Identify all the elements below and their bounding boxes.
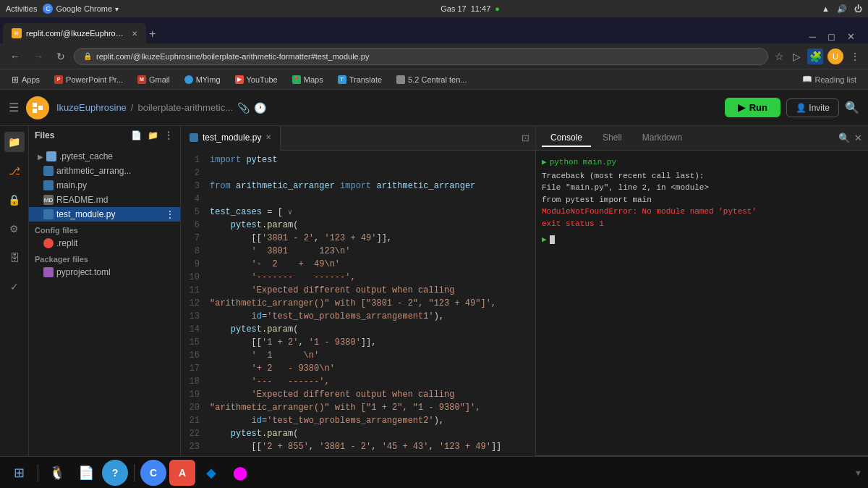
taskbar-help-button[interactable]: ?: [102, 460, 128, 486]
history-icon-button[interactable]: 🕐: [254, 102, 266, 114]
bookmark-star-button[interactable]: ☆: [773, 49, 786, 64]
chrome-menu-button[interactable]: ⋮: [848, 49, 862, 64]
split-editor-button[interactable]: ⊡: [522, 132, 529, 143]
sidebar-icon-rail: 📁 ⎇ 🔒 ⚙ 🗄 ✓ ?: [0, 126, 29, 488]
url-bar[interactable]: 🔒 replit.com/@IkuzeEuphrosine/boilerplat…: [74, 48, 768, 65]
status-dot: ●: [495, 4, 500, 13]
bookmark-translate[interactable]: T Translate: [332, 74, 388, 85]
bookmark-maps[interactable]: 📍 Maps: [286, 74, 329, 85]
invite-button[interactable]: 👤 Invite: [786, 98, 839, 117]
bookmark-apps[interactable]: ⊞ Apps: [6, 73, 46, 86]
tab-close-button[interactable]: ✕: [132, 30, 137, 38]
line-content: [207, 193, 535, 206]
bookmark-myimg[interactable]: MYimg: [179, 74, 226, 85]
file-tree: ▶ .pytest_cache arithmetic_arrang... mai…: [29, 145, 180, 488]
console-tab-shell[interactable]: Shell: [594, 130, 631, 147]
reload-button[interactable]: ↻: [52, 48, 69, 65]
sidebar-wrapper: 📁 ⎇ 🔒 ⚙ 🗄 ✓ ? Files: [0, 126, 181, 488]
back-button[interactable]: ←: [6, 48, 25, 65]
console-cursor: [550, 235, 555, 244]
console-input-line: ▶: [542, 234, 862, 246]
gmail-label: Gmail: [149, 75, 170, 84]
console-search-button[interactable]: 🔍: [838, 132, 850, 143]
file-item-more-button[interactable]: ⋮: [166, 209, 174, 219]
bookmark-powerpoint[interactable]: P PowerPoint Pr...: [48, 74, 129, 85]
project-name[interactable]: boilerplate-arithmetic...: [137, 102, 233, 113]
code-line-15: 15 [['1 + 2', '1 - 9380']],: [181, 336, 535, 349]
chrome-dropdown-icon[interactable]: ▾: [115, 5, 119, 13]
console-prompt-icon: ▶: [542, 156, 547, 169]
sidebar-files-icon[interactable]: 📁: [4, 132, 25, 152]
line-number: 1: [181, 153, 207, 167]
line-content: '--- ------',: [207, 375, 535, 388]
close-window-button[interactable]: ✕: [843, 30, 859, 43]
taskbar-separator-2: [134, 464, 135, 481]
code-editor[interactable]: 1 import pytest 2 3 from arithmetic_arra…: [181, 151, 535, 471]
apps-label: Apps: [22, 75, 40, 84]
taskbar-git-button[interactable]: ⬤: [227, 460, 253, 486]
minimize-button[interactable]: ─: [805, 30, 820, 43]
hamburger-menu-button[interactable]: ☰: [9, 101, 19, 114]
bookmark-gmail[interactable]: M Gmail: [132, 74, 176, 85]
taskbar-files-button[interactable]: ⊞: [6, 460, 32, 486]
taskbar-vscode-button[interactable]: ◆: [198, 460, 224, 486]
file-item-replit-config[interactable]: .replit: [29, 236, 180, 251]
console-cmd-line: ▶ python main.py: [542, 156, 862, 169]
file-item-test-module[interactable]: test_module.py ⋮: [29, 207, 180, 222]
file-item-main-py[interactable]: main.py: [29, 178, 180, 193]
console-close-button[interactable]: ✕: [854, 132, 862, 143]
file-item-pyproject[interactable]: pyproject.toml: [29, 265, 180, 279]
new-file-icon[interactable]: 📄: [129, 129, 143, 142]
apps-icon: ⊞: [12, 75, 19, 85]
more-options-icon[interactable]: ⋮: [163, 129, 174, 142]
sidebar-check-icon[interactable]: ✓: [4, 277, 25, 297]
taskbar: ⊞ 🐧 📄 ? C A ◆ ⬤ ▼: [0, 456, 868, 488]
maps-favicon-icon: 📍: [292, 75, 301, 84]
line-content: ' 3801 123\n': [207, 245, 535, 258]
svg-rect-1: [33, 109, 37, 113]
profile-button[interactable]: U: [827, 49, 843, 64]
restore-button[interactable]: ◻: [823, 30, 840, 43]
file-item-pytest-cache[interactable]: ▶ .pytest_cache: [29, 149, 180, 164]
activities-label[interactable]: Activities: [6, 4, 37, 13]
system-bar-right: ▲ 🔊 ⏻: [822, 4, 862, 14]
project-icon-button[interactable]: 📎: [237, 102, 250, 114]
sidebar-settings-icon[interactable]: ⚙: [4, 219, 25, 239]
taskbar-installer-button[interactable]: A: [169, 460, 195, 486]
address-bar-right: ☆ ▷ 🧩 U ⋮: [773, 49, 862, 64]
search-button[interactable]: 🔍: [845, 101, 859, 114]
line-number: 14: [181, 323, 207, 336]
taskbar-right: ▼: [854, 468, 862, 477]
chrome-label[interactable]: Google Chrome: [56, 4, 112, 13]
myimg-favicon-icon: [184, 75, 193, 84]
username-link[interactable]: IkuzeEuphrosine: [56, 102, 127, 113]
console-tab-markdown[interactable]: Markdown: [634, 130, 691, 147]
sidebar-database-icon[interactable]: 🗄: [4, 248, 25, 268]
extensions-button[interactable]: 🧩: [807, 49, 823, 64]
line-content: "arithmetic_arranger()" with ["1 + 2", "…: [207, 401, 535, 414]
code-line-6: 6 pytest.param(: [181, 219, 535, 232]
replit-logo[interactable]: [26, 96, 49, 119]
console-input-prompt: ▶: [542, 234, 547, 246]
forward-button[interactable]: →: [29, 48, 48, 65]
taskbar-penguin-button[interactable]: 🐧: [44, 460, 70, 486]
run-button[interactable]: ▶ Run: [725, 98, 780, 117]
file-item-readme[interactable]: MD README.md: [29, 193, 180, 207]
console-tab-console[interactable]: Console: [542, 130, 591, 147]
52central-favicon-icon: [396, 75, 405, 84]
new-folder-icon[interactable]: 📁: [146, 129, 160, 142]
tab-python-icon: [190, 133, 198, 142]
reading-list-button[interactable]: 📖 Reading list: [796, 73, 862, 85]
new-tab-button[interactable]: +: [146, 25, 158, 43]
bookmark-52central[interactable]: 5.2 Central ten...: [391, 74, 472, 85]
taskbar-text-editor-button[interactable]: 📄: [73, 460, 99, 486]
cast-button[interactable]: ▷: [791, 49, 803, 64]
taskbar-chrome-button[interactable]: C: [140, 460, 166, 486]
sidebar-lock-icon[interactable]: 🔒: [4, 190, 25, 210]
bookmark-youtube[interactable]: ▶ YouTube: [229, 74, 284, 85]
editor-tab-test-module[interactable]: test_module.py ✕: [181, 126, 281, 151]
chrome-indicator[interactable]: C Google Chrome ▾: [43, 4, 119, 14]
sidebar-git-icon[interactable]: ⎇: [4, 161, 25, 181]
active-chrome-tab[interactable]: R replit.com/@IkuzeEuphrosine/boilerplat…: [3, 23, 146, 43]
file-item-arithmetic-arranger[interactable]: arithmetic_arrang...: [29, 164, 180, 178]
